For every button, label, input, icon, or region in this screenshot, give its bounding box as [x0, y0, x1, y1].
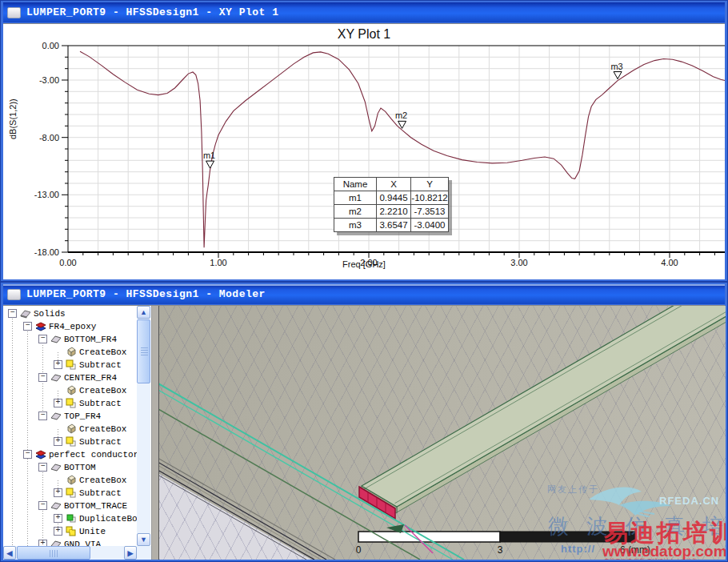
modeler-titlebar[interactable]: LUMPER_PORT9 - HFSSDesign1 - Modeler — [3, 284, 725, 304]
modeler-3d-viewport[interactable]: 0 3 6 (mm) 网友上传于 — [158, 306, 726, 560]
watermark-logo-text: RFEDA.CN — [659, 495, 719, 507]
tree-item-top-fr4[interactable]: −TOP_FR4 — [3, 410, 137, 423]
tree-item-label: CreateBox — [79, 347, 126, 357]
tree-item-label: DuplicateBod — [79, 514, 137, 524]
tree-item-label: FR4_epoxy — [49, 322, 96, 331]
tree-item-subtract[interactable]: +Subtract — [3, 436, 137, 448]
svg-text:-13.00: -13.00 — [34, 190, 59, 199]
tree-vertical-scrollbar[interactable]: ▲ ▼ — [137, 306, 150, 546]
tree-item-createbox[interactable]: CreateBox — [3, 346, 137, 359]
marker-label-m2: m2 — [395, 110, 407, 120]
marker-label-m3: m3 — [610, 62, 622, 71]
tree-expander[interactable]: − — [23, 450, 32, 459]
tree-item-label: BOTTOM_FR4 — [64, 335, 117, 344]
tree-expander[interactable]: + — [38, 540, 47, 546]
tree-expander[interactable]: + — [54, 437, 62, 446]
marker-label-m1: m1 — [203, 151, 215, 160]
tree-expander[interactable]: − — [23, 322, 32, 331]
sheet-icon — [50, 334, 62, 344]
tree-item-duplicatebod[interactable]: +DuplicateBod — [3, 512, 137, 525]
modeler-window: LUMPER_PORT9 - HFSSDesign1 - Modeler −So… — [0, 282, 728, 562]
tree-item-perfect-conductor[interactable]: −perfect conductor — [3, 448, 137, 461]
tree-item-label: TOP_FR4 — [64, 411, 101, 421]
marker-m3 — [614, 72, 622, 79]
scroll-up-button[interactable]: ▲ — [137, 306, 150, 319]
tree-expander[interactable]: − — [8, 309, 17, 318]
tree-item-createbox[interactable]: CreateBox — [3, 423, 137, 436]
tree-expander[interactable]: − — [38, 501, 47, 510]
y-axis-label: dB(S(1,2)) — [8, 126, 18, 139]
tree-item-bottom[interactable]: −BOTTOM — [3, 461, 137, 474]
tree-item-subtract[interactable]: +Subtract — [3, 359, 137, 371]
modeler-window-title: LUMPER_PORT9 - HFSSDesign1 - Modeler — [26, 288, 266, 300]
scroll-down-button[interactable]: ▼ — [137, 533, 150, 546]
scroll-right-button[interactable]: ▶ — [124, 546, 137, 560]
subtract-icon — [66, 359, 77, 370]
tree-item-label: Subtract — [79, 360, 122, 370]
tree-view-splitter[interactable] — [152, 306, 158, 560]
sheet-icon — [50, 411, 62, 421]
subtract-icon — [66, 488, 77, 498]
tree-expander[interactable]: − — [38, 463, 47, 472]
scale-label-start: 0 — [356, 544, 362, 556]
tree-item-createbox[interactable]: CreateBox — [3, 384, 137, 397]
tree-item-subtract[interactable]: +Subtract — [3, 397, 137, 410]
modeler-client: −Solids−FR4_epoxy−BOTTOM_FR4CreateBox+Su… — [3, 305, 725, 560]
tree-item-fr4-epoxy[interactable]: −FR4_epoxy — [3, 320, 137, 333]
xy-plot-client[interactable]: XY Plot 1 0.001.002.003.004.000.00-3.00-… — [3, 23, 725, 279]
sheet-icon — [50, 539, 62, 546]
subtract-icon — [66, 398, 77, 408]
marker-table-row: m22.2210-7.3513 — [334, 205, 449, 219]
tree-expander[interactable]: + — [54, 527, 62, 536]
marker-table-header: NameXY — [334, 178, 449, 191]
tree-expander[interactable]: + — [54, 488, 62, 497]
xy-plot-window: LUMPER_PORT9 - HFSSDesign1 - XY Plot 1 X… — [0, 0, 728, 282]
tree-item-bottom-trace[interactable]: −BOTTOM_TRACE — [3, 500, 137, 512]
x-axis-label: Freq [GHz] — [3, 259, 725, 269]
tree-item-solids[interactable]: −Solids — [3, 307, 137, 320]
sheet-icon — [50, 462, 62, 472]
tree-item-label: CreateBox — [79, 424, 126, 434]
xy-plot-canvas[interactable]: 0.001.002.003.004.000.00-3.00-8.00-13.00… — [3, 24, 725, 279]
tree-expander[interactable]: − — [38, 335, 47, 343]
board-stack-edges — [159, 458, 335, 560]
tree-item-subtract[interactable]: +Subtract — [3, 487, 137, 500]
sheet-icon — [50, 500, 62, 511]
microstrip-trace[interactable] — [362, 306, 726, 513]
duplicate-icon — [66, 513, 77, 524]
tree-item-label: Solids — [34, 309, 66, 319]
tree-horizontal-scrollbar[interactable]: ◀ ▶ — [3, 546, 137, 560]
eraser-icon — [20, 308, 31, 319]
marker-table-col: Name — [334, 178, 377, 191]
xy-plot-titlebar[interactable]: LUMPER_PORT9 - HFSSDesign1 - XY Plot 1 — [3, 2, 725, 22]
marker-table: NameXYm10.9445-10.8212m22.2210-7.3513m33… — [334, 177, 449, 232]
tree-item-gnd-via[interactable]: +GND_VIA — [3, 538, 137, 546]
tree-item-bottom-fr4[interactable]: −BOTTOM_FR4 — [3, 333, 137, 346]
tree-item-label: BOTTOM_TRACE — [64, 501, 127, 511]
svg-text:0.00: 0.00 — [42, 41, 59, 50]
horizontal-scroll-thumb[interactable] — [17, 546, 90, 560]
box-icon — [66, 424, 77, 434]
tree-expander[interactable]: + — [54, 514, 62, 523]
tree-expander[interactable]: + — [54, 360, 62, 369]
tree-item-createbox[interactable]: CreateBox — [3, 474, 137, 487]
tree-item-center-fr4[interactable]: −CENTER_FR4 — [3, 371, 137, 384]
hfss-screen: LUMPER_PORT9 - HFSSDesign1 - XY Plot 1 X… — [0, 0, 728, 562]
tree-item-label: CreateBox — [79, 476, 126, 485]
tree-item-label: Unite — [79, 527, 106, 536]
tree-expander[interactable]: − — [38, 373, 47, 382]
tree-item-unite[interactable]: +Unite — [3, 525, 137, 538]
tree-expander[interactable]: + — [54, 399, 62, 407]
tree-expander[interactable]: − — [38, 411, 47, 420]
svg-text:-3.00: -3.00 — [39, 75, 59, 85]
sheet-icon — [50, 372, 62, 383]
xy-plot-window-title: LUMPER_PORT9 - HFSSDesign1 - XY Plot 1 — [26, 6, 278, 18]
window-icon — [7, 289, 21, 300]
tree-item-label: Subtract — [79, 488, 122, 498]
vertical-scroll-thumb[interactable] — [137, 319, 150, 383]
tree-item-label: GND_VIA — [64, 540, 101, 546]
scroll-left-button[interactable]: ◀ — [3, 546, 16, 560]
tree-item-label: Subtract — [79, 437, 122, 447]
unite-icon — [66, 526, 77, 536]
marker-table-row: m33.6547-3.0400 — [334, 219, 449, 232]
